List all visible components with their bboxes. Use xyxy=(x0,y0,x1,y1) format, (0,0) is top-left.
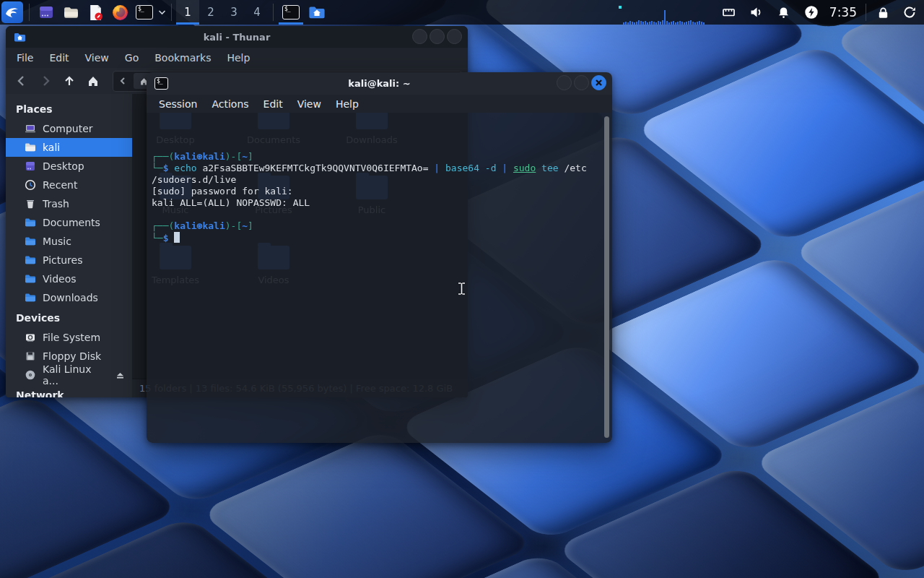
sidebar-item-music[interactable]: Music xyxy=(6,232,132,251)
menu-item-edit[interactable]: Edit xyxy=(43,50,75,66)
folder-icon xyxy=(25,217,36,228)
up-button[interactable] xyxy=(59,72,79,90)
folder-home-icon xyxy=(308,4,326,20)
thunar-sidebar: PlacesComputerkaliDesktopRecentTrashDocu… xyxy=(6,94,132,397)
workspace-4[interactable]: 4 xyxy=(245,0,269,25)
thunar-titlebar[interactable]: kali - Thunar xyxy=(6,26,468,48)
launcher-terminal[interactable]: $_ xyxy=(132,0,157,25)
launcher-settings[interactable] xyxy=(34,0,58,25)
thunar-window-icon xyxy=(14,32,26,43)
terminal-content[interactable]: ┌──(kali⊛kali)-[~]└─$ echo a2FsaSBBTEw9K… xyxy=(147,113,612,443)
sidebar-item-label: Music xyxy=(43,236,71,247)
thunar-maximize-button[interactable] xyxy=(430,29,445,44)
sidebar-item-trash[interactable]: Trash xyxy=(6,194,132,213)
sidebar-item-label: kali xyxy=(43,142,60,153)
volume-tray-icon[interactable] xyxy=(743,0,770,25)
notifications-tray-icon[interactable] xyxy=(770,0,798,25)
panel-separator xyxy=(866,4,866,21)
terminal-line: [sudo] password for kali: xyxy=(152,186,599,197)
sidebar-item-computer[interactable]: Computer xyxy=(6,119,132,138)
sidebar-item-label: Pictures xyxy=(43,254,82,266)
menu-item-help[interactable]: Help xyxy=(220,50,256,66)
menu-item-view[interactable]: View xyxy=(79,50,116,66)
sidebar-item-downloads[interactable]: Downloads xyxy=(6,288,132,307)
sidebar-device-kali-linux-a-[interactable]: Kali Linux a... xyxy=(6,366,132,384)
menu-item-go[interactable]: Go xyxy=(118,50,145,66)
sidebar-item-kali[interactable]: kali xyxy=(6,138,132,157)
sidebar-device-file-system[interactable]: File System xyxy=(6,328,132,347)
terminal-icon: $_ xyxy=(136,5,153,20)
thunar-window-title: kali - Thunar xyxy=(6,32,468,43)
trash-icon xyxy=(25,198,36,210)
panel-separator xyxy=(29,4,30,21)
menu-item-help[interactable]: Help xyxy=(329,96,365,112)
path-scroll-left-button[interactable] xyxy=(115,73,131,89)
menu-item-actions[interactable]: Actions xyxy=(205,96,255,112)
back-button[interactable] xyxy=(12,72,31,90)
folder-icon xyxy=(25,292,36,303)
workspace-1[interactable]: 1 xyxy=(176,0,199,25)
logout-button[interactable] xyxy=(895,0,924,25)
terminal-line: └─$ echo a2FsaSBBTEw9KEFMTCkgTk9QQVNTV0Q… xyxy=(152,163,599,174)
sidebar-item-recent[interactable]: Recent xyxy=(6,176,132,194)
thunar-close-button[interactable] xyxy=(447,29,462,44)
launcher-firefox[interactable] xyxy=(108,0,132,25)
network-tray-icon[interactable] xyxy=(715,0,743,25)
sidebar-item-videos[interactable]: Videos xyxy=(6,269,132,288)
devices-header: Devices xyxy=(6,307,132,328)
sidebar-item-desktop[interactable]: Desktop xyxy=(6,157,132,176)
firefox-icon xyxy=(111,4,129,22)
computer-icon xyxy=(25,123,36,134)
launcher-text-editor[interactable] xyxy=(83,0,108,25)
terminal-scrollbar[interactable] xyxy=(604,116,609,438)
top-panel: $_ 1234 $_ xyxy=(0,0,924,25)
sidebar-item-label: Floppy Disk xyxy=(43,350,101,362)
forward-button[interactable] xyxy=(35,72,55,90)
home-button[interactable] xyxy=(83,72,103,90)
panel-separator xyxy=(171,4,172,21)
terminal-close-button[interactable] xyxy=(591,75,606,90)
applications-menu-button[interactable] xyxy=(1,1,23,23)
workspace-3[interactable]: 3 xyxy=(222,0,245,25)
terminal-window: $_ kali@kali: ~ SessionActionsEditViewHe… xyxy=(147,72,612,443)
menu-item-file[interactable]: File xyxy=(10,50,40,66)
terminal-line: /sudoers.d/live xyxy=(152,174,599,186)
terminal-minimize-button[interactable] xyxy=(557,75,572,90)
sidebar-item-documents[interactable]: Documents xyxy=(6,213,132,232)
recent-icon xyxy=(25,179,36,191)
task-button-file-manager[interactable] xyxy=(304,0,330,25)
launcher-terminal-dropdown[interactable] xyxy=(157,9,167,15)
logout-icon xyxy=(902,5,917,20)
lock-icon xyxy=(876,6,890,20)
menu-item-view[interactable]: View xyxy=(291,96,328,112)
bell-icon xyxy=(777,6,790,20)
power-manager-tray-icon[interactable] xyxy=(798,0,825,25)
task-button-terminal[interactable]: $_ xyxy=(278,0,304,25)
terminal-line: ┌──(kali⊛kali)-[~] xyxy=(152,220,599,232)
folder-user-icon xyxy=(25,142,36,153)
disc-icon xyxy=(25,369,36,381)
drive-icon xyxy=(25,332,36,343)
terminal-menubar: SessionActionsEditViewHelp xyxy=(147,95,612,113)
lock-screen-button[interactable] xyxy=(871,0,895,25)
sidebar-item-label: Computer xyxy=(43,123,93,134)
menu-item-session[interactable]: Session xyxy=(152,96,204,112)
terminal-maximize-button[interactable] xyxy=(574,75,589,90)
thunar-minimize-button[interactable] xyxy=(412,29,427,44)
panel-separator xyxy=(273,4,274,21)
folder-icon xyxy=(25,254,36,266)
cpu-graph[interactable] xyxy=(623,3,715,25)
workspace-2[interactable]: 2 xyxy=(199,0,222,25)
eject-icon[interactable] xyxy=(116,371,125,380)
terminal-titlebar[interactable]: $_ kali@kali: ~ xyxy=(147,72,612,95)
clock[interactable]: 7:35 xyxy=(825,5,861,20)
sidebar-item-label: Documents xyxy=(43,217,100,228)
folder-icon xyxy=(25,273,36,285)
menu-item-bookmarks[interactable]: Bookmarks xyxy=(148,50,217,66)
launcher-file-manager[interactable] xyxy=(58,0,83,25)
terminal-window-title: kali@kali: ~ xyxy=(147,78,612,89)
sidebar-item-pictures[interactable]: Pictures xyxy=(6,251,132,269)
volume-icon xyxy=(749,5,764,20)
sidebar-item-label: Videos xyxy=(43,273,77,285)
menu-item-edit[interactable]: Edit xyxy=(257,96,289,112)
